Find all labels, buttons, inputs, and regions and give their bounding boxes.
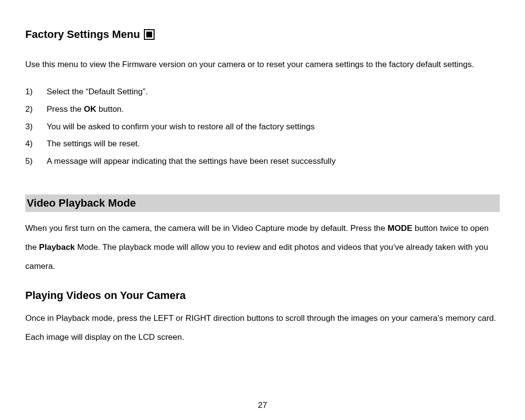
step-item: The settings will be reset. [25,135,500,153]
section2-p-bold2: Playback [39,243,75,252]
section2-p-bold1: MODE [387,224,412,233]
section1-paragraph: Use this menu to view the Firmware versi… [25,55,500,73]
section2-paragraph: When you first turn on the camera, the c… [25,219,500,276]
step-item: A message will appear indicating that th… [25,153,500,170]
section1-steps-list: Select the “Default Setting”. Press the … [25,83,500,170]
section3-paragraph: Once in Playback mode, press the LEFT or… [25,309,500,347]
factory-settings-icon [144,29,155,40]
section3-heading: Playing Videos on Your Camera [25,289,500,302]
step2-prefix: Press the [47,105,84,114]
section1-heading: Factory Settings Menu [25,28,500,41]
section2-p-part3: Mode. The playback mode will allow you t… [25,243,488,271]
step-item: Press the OK button. [25,101,500,118]
step-item: You will be asked to confirm your wish t… [25,118,500,136]
step2-suffix: button. [96,105,124,114]
section1-heading-text: Factory Settings Menu [25,28,140,41]
step2-bold: OK [84,105,97,114]
section2-p-part1: When you first turn on the camera, the c… [25,224,387,233]
page-number: 27 [258,401,267,410]
section2-heading: Video Playback Mode [25,194,500,212]
step-item: Select the “Default Setting”. [25,83,500,101]
factory-settings-icon-inner [146,32,152,37]
